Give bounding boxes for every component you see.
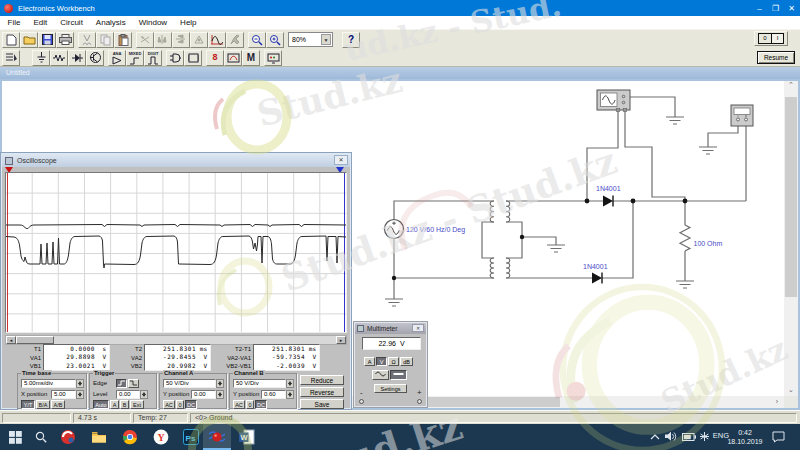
oscilloscope-component[interactable]: [597, 90, 630, 112]
subcircuit-button[interactable]: [190, 32, 208, 48]
multimeter-component[interactable]: [731, 105, 753, 126]
taskbar-ewb-icon[interactable]: [209, 429, 225, 445]
hscroll-thumb[interactable]: [428, 397, 560, 407]
reduce-button[interactable]: Reduce: [300, 375, 344, 385]
controls-bin-button[interactable]: [224, 50, 242, 66]
diode-bottom[interactable]: [592, 273, 602, 284]
transistors-bin-button[interactable]: [86, 50, 104, 66]
menu-file[interactable]: File: [1, 18, 27, 27]
ab-mode-button[interactable]: A/B: [51, 400, 65, 409]
sources-bin-button[interactable]: [32, 50, 50, 66]
digital-bin-button[interactable]: DIGIT: [144, 50, 162, 66]
zoom-out-button[interactable]: [248, 32, 266, 48]
analog-bin-button[interactable]: ANA: [108, 50, 126, 66]
save-button[interactable]: [38, 32, 56, 48]
ohm-mode-button[interactable]: Ω: [388, 357, 399, 366]
junction-dot[interactable]: [683, 199, 688, 204]
trigger-auto-button[interactable]: Auto: [93, 400, 109, 409]
wire[interactable]: [708, 125, 738, 147]
channel-a-scale-stepper[interactable]: [216, 379, 224, 388]
channel-a-scale[interactable]: 50 V/Div: [163, 379, 216, 388]
junction-dot[interactable]: [585, 199, 590, 204]
miscellaneous-bin-button[interactable]: M: [242, 50, 260, 66]
volt-mode-button[interactable]: V: [376, 357, 387, 366]
edge-falling-button[interactable]: [128, 379, 139, 388]
trigger-b-button[interactable]: B: [120, 400, 129, 409]
multimeter-window[interactable]: Multimeter ✕ 22.96 V A V Ω dB Settings -…: [353, 321, 428, 408]
channel-a-dc-button[interactable]: DC: [185, 400, 197, 409]
scroll-down-icon[interactable]: ⌄: [784, 384, 798, 396]
ampere-mode-button[interactable]: A: [364, 357, 375, 366]
taskbar-file-explorer[interactable]: [91, 429, 107, 445]
ba-mode-button[interactable]: B/A: [36, 400, 50, 409]
junction-dot[interactable]: [631, 199, 636, 204]
wire[interactable]: [394, 201, 494, 220]
wire[interactable]: [482, 222, 494, 258]
channel-b-dc-button[interactable]: DC: [255, 400, 267, 409]
document-titlebar[interactable]: Untitled: [0, 67, 800, 79]
taskbar-word[interactable]: W: [239, 429, 255, 445]
time-base-stepper[interactable]: [76, 379, 84, 388]
instruments-bin-button[interactable]: [264, 50, 282, 66]
close-button[interactable]: ✕: [787, 4, 796, 13]
print-button[interactable]: [56, 32, 74, 48]
flip-horizontal-button[interactable]: [154, 32, 172, 48]
x-position-value[interactable]: 5.00: [51, 390, 76, 399]
digital-ics-bin-button[interactable]: [184, 50, 202, 66]
multimeter-close-button[interactable]: ✕: [412, 324, 424, 332]
channel-a-ypos[interactable]: 0.00: [191, 390, 216, 399]
menu-analysis[interactable]: Analysis: [89, 18, 132, 27]
menu-circuit[interactable]: Circuit: [54, 18, 90, 27]
volume-icon[interactable]: [665, 431, 677, 442]
taskbar-app-1[interactable]: [60, 429, 76, 445]
settings-button[interactable]: Settings: [374, 384, 407, 393]
taskbar-yandex[interactable]: Y: [153, 429, 169, 445]
menu-edit[interactable]: Edit: [27, 18, 54, 27]
indicators-bin-button[interactable]: 8: [206, 50, 224, 66]
start-button[interactable]: [9, 431, 22, 444]
channel-a-zero-button[interactable]: 0: [176, 400, 184, 409]
scope-scroll-left-icon[interactable]: ◂: [6, 336, 16, 344]
minimize-button[interactable]: –: [755, 4, 764, 13]
plus-terminal[interactable]: [417, 399, 422, 404]
help-button[interactable]: ?: [342, 32, 360, 48]
new-button[interactable]: [2, 32, 20, 48]
junction-dot[interactable]: [520, 235, 524, 239]
chevron-down-icon[interactable]: ▼: [321, 34, 331, 45]
channel-b-scale[interactable]: 50 V/Div: [233, 379, 286, 388]
power-switch[interactable]: 0I: [754, 31, 788, 46]
wire[interactable]: [506, 222, 522, 258]
channel-b-ac-button[interactable]: AC: [233, 400, 245, 409]
trigger-a-button[interactable]: A: [110, 400, 119, 409]
channel-b-ypos-stepper[interactable]: [286, 390, 294, 399]
trigger-level-value[interactable]: 0.00: [116, 390, 140, 399]
diodes-bin-button[interactable]: [68, 50, 86, 66]
diode-top[interactable]: [603, 196, 613, 207]
open-button[interactable]: [20, 32, 38, 48]
basic-bin-button[interactable]: [50, 50, 68, 66]
oscilloscope-window[interactable]: Oscilloscope ✕ ◂ ▸ T1VA1VB1 0.0000s 29.8…: [0, 152, 352, 410]
paste-button[interactable]: [114, 32, 132, 48]
search-icon[interactable]: [35, 431, 47, 443]
ac-mode-button[interactable]: [372, 370, 389, 380]
component-properties-button[interactable]: [226, 32, 244, 48]
dc-mode-button[interactable]: [390, 370, 407, 380]
scope-scroll-right-icon[interactable]: ▸: [336, 336, 346, 344]
channel-a-ypos-stepper[interactable]: [216, 390, 224, 399]
trigger-ext-button[interactable]: Ext: [130, 400, 144, 409]
wire[interactable]: [522, 237, 556, 245]
taskbar-photoshop[interactable]: Ps: [183, 429, 199, 445]
menu-help[interactable]: Help: [174, 18, 203, 27]
yt-mode-button[interactable]: Y/T: [21, 400, 35, 409]
wire[interactable]: [630, 97, 675, 117]
trigger-level-stepper[interactable]: [140, 390, 148, 399]
menu-window[interactable]: Window: [132, 18, 173, 27]
minus-terminal[interactable]: [359, 399, 364, 404]
resume-button[interactable]: Resume: [757, 51, 795, 64]
flip-vertical-button[interactable]: [172, 32, 190, 48]
channel-b-scale-stepper[interactable]: [286, 379, 294, 388]
logic-gates-bin-button[interactable]: [166, 50, 184, 66]
graph-button[interactable]: [208, 32, 226, 48]
channel-b-ypos[interactable]: 0.60: [261, 390, 286, 399]
maximize-button[interactable]: ❐: [771, 4, 780, 13]
